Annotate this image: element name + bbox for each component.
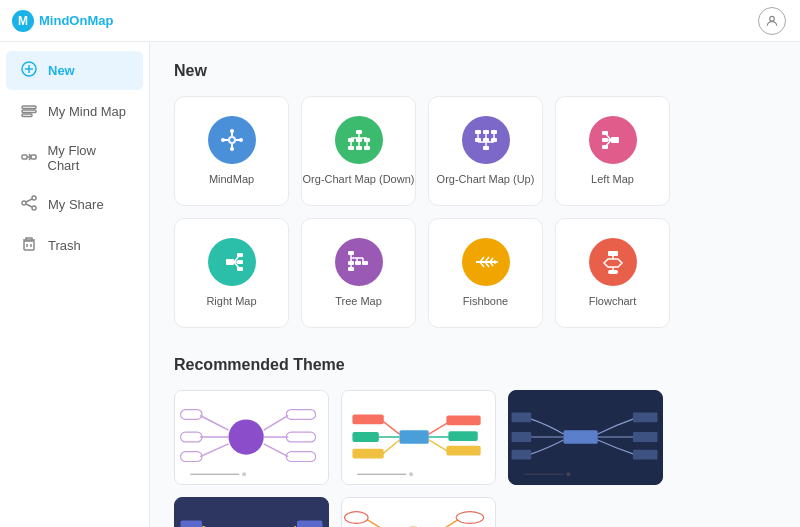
card-right-map[interactable]: Right Map xyxy=(174,218,289,328)
card-tree-map-label: Tree Map xyxy=(335,294,382,308)
sidebar-item-trash[interactable]: Trash xyxy=(6,226,143,265)
new-section-title: New xyxy=(174,62,776,80)
new-section: New xyxy=(174,62,776,328)
svg-rect-139 xyxy=(297,521,322,527)
svg-rect-126 xyxy=(512,413,532,423)
svg-rect-129 xyxy=(633,413,657,423)
svg-rect-131 xyxy=(633,450,657,460)
svg-rect-91 xyxy=(608,270,618,274)
sidebar-item-mymindmap-label: My Mind Map xyxy=(48,104,126,119)
theme-card-1[interactable] xyxy=(174,390,329,485)
org-up-icon-circle xyxy=(462,116,510,164)
card-left-map[interactable]: Left Map xyxy=(555,96,670,206)
card-mindmap-label: MindMap xyxy=(209,172,254,186)
sidebar-item-myflowchart-label: My Flow Chart xyxy=(48,143,130,173)
card-tree-map[interactable]: Tree Map xyxy=(301,218,416,328)
theme-svg-4 xyxy=(175,498,328,527)
svg-rect-40 xyxy=(364,146,370,150)
svg-point-133 xyxy=(566,472,570,476)
logo-icon: M xyxy=(12,10,34,32)
card-org-up-label: Org-Chart Map (Up) xyxy=(437,172,535,186)
mindmap-icon-circle xyxy=(208,116,256,164)
logo-area: M MindOnMap xyxy=(0,10,150,32)
myflowchart-icon xyxy=(20,149,38,168)
svg-rect-113 xyxy=(352,432,378,442)
card-left-map-label: Left Map xyxy=(591,172,634,186)
svg-rect-125 xyxy=(563,430,597,444)
svg-point-27 xyxy=(239,138,243,142)
svg-rect-50 xyxy=(475,130,481,134)
mymindmap-icon xyxy=(20,102,38,121)
svg-rect-51 xyxy=(483,130,489,134)
svg-point-26 xyxy=(221,138,225,142)
theme-grid xyxy=(174,390,776,527)
svg-rect-4 xyxy=(22,106,36,109)
org-down-icon-circle xyxy=(335,116,383,164)
trash-icon xyxy=(20,236,38,255)
svg-rect-67 xyxy=(348,251,354,255)
svg-rect-130 xyxy=(633,432,657,442)
svg-point-19 xyxy=(230,138,234,142)
card-org-up[interactable]: Org-Chart Map (Up) xyxy=(428,96,543,206)
theme-svg-3 xyxy=(509,391,662,484)
recommended-theme-section: Recommended Theme xyxy=(174,356,776,527)
svg-marker-80 xyxy=(494,260,499,264)
theme-svg-5 xyxy=(342,498,495,527)
theme-card-4[interactable] xyxy=(174,497,329,527)
theme-card-5[interactable] xyxy=(341,497,496,527)
svg-rect-136 xyxy=(181,521,203,527)
svg-rect-78 xyxy=(348,267,354,271)
card-fishbone[interactable]: Fishbone xyxy=(428,218,543,328)
svg-rect-75 xyxy=(355,261,361,265)
svg-marker-89 xyxy=(604,259,622,267)
tree-map-icon-circle xyxy=(335,238,383,286)
svg-rect-144 xyxy=(343,498,495,527)
svg-rect-65 xyxy=(237,260,243,264)
svg-rect-117 xyxy=(446,415,480,425)
card-flowchart-label: Flowchart xyxy=(589,294,637,308)
svg-rect-28 xyxy=(356,130,362,134)
svg-rect-115 xyxy=(352,449,383,459)
svg-rect-119 xyxy=(448,431,477,441)
sidebar-item-myshare[interactable]: My Share xyxy=(6,185,143,224)
svg-rect-6 xyxy=(22,114,32,117)
svg-rect-87 xyxy=(608,251,618,256)
fishbone-icon-circle xyxy=(462,238,510,286)
svg-rect-53 xyxy=(611,137,619,143)
svg-rect-64 xyxy=(237,253,243,257)
sidebar-nav: New My Mind Map xyxy=(0,42,149,274)
svg-point-12 xyxy=(32,206,36,210)
theme-card-2[interactable] xyxy=(341,390,496,485)
svg-point-93 xyxy=(228,419,263,454)
svg-line-13 xyxy=(26,199,32,202)
svg-rect-127 xyxy=(512,432,532,442)
sidebar-item-trash-label: Trash xyxy=(48,238,81,253)
left-map-icon-circle xyxy=(589,116,637,164)
card-fishbone-label: Fishbone xyxy=(463,294,508,308)
card-org-down[interactable]: Org-Chart Map (Down) xyxy=(301,96,416,206)
new-grid: MindMap xyxy=(174,96,776,328)
content-area: New My Mind Map xyxy=(0,42,800,527)
card-mindmap[interactable]: MindMap xyxy=(174,96,289,206)
svg-rect-41 xyxy=(483,146,489,150)
sidebar-item-myflowchart[interactable]: My Flow Chart xyxy=(6,133,143,183)
user-icon-button[interactable] xyxy=(758,7,786,35)
sidebar-item-new-label: New xyxy=(48,63,75,78)
logo-text: MindOnMap xyxy=(39,13,113,28)
svg-rect-66 xyxy=(237,267,243,271)
sidebar-item-mymindmap[interactable]: My Mind Map xyxy=(6,92,143,131)
svg-rect-5 xyxy=(22,110,36,113)
svg-rect-74 xyxy=(348,261,354,265)
card-flowchart[interactable]: Flowchart xyxy=(555,218,670,328)
svg-line-14 xyxy=(26,204,32,207)
sidebar-item-new[interactable]: New xyxy=(6,51,143,90)
new-icon xyxy=(20,61,38,80)
flowchart-icon-circle xyxy=(589,238,637,286)
sidebar-item-myshare-label: My Share xyxy=(48,197,104,212)
svg-rect-7 xyxy=(22,155,27,159)
card-org-down-label: Org-Chart Map (Down) xyxy=(303,172,415,186)
theme-card-3[interactable] xyxy=(508,390,663,485)
svg-rect-128 xyxy=(512,450,532,460)
app-wrapper: M MindOnMap xyxy=(0,0,800,527)
card-right-map-label: Right Map xyxy=(206,294,256,308)
